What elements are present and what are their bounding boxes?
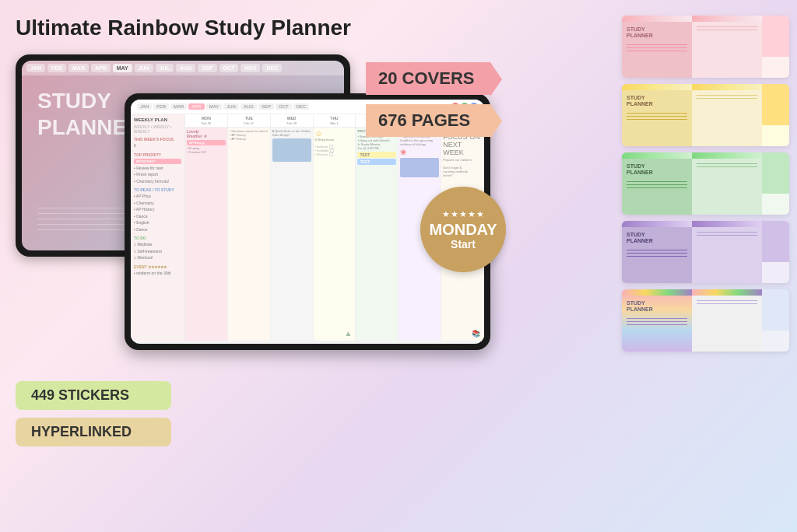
- pl3: [627, 51, 687, 51]
- thumb-purple-r2: [762, 262, 789, 283]
- thumb-pink-lines: [627, 44, 687, 51]
- day-wed: WEDFeb 28: [271, 114, 314, 127]
- wp-title: WEEKLY PLAN: [134, 117, 181, 122]
- yl2: [627, 116, 687, 117]
- tab-apr: APR: [91, 64, 111, 72]
- gl3: [627, 187, 687, 188]
- thumb-green-content: STUDYPLANNER: [622, 159, 692, 193]
- thumb-purple-content: STUDYPLANNER: [622, 227, 692, 261]
- read-3: • AP History: [134, 207, 181, 212]
- sat-image: [400, 158, 439, 177]
- prm2: [697, 235, 757, 236]
- thumb-rainbow-r1: [762, 289, 789, 331]
- cell-wed-image: [272, 138, 311, 162]
- pm1: [697, 26, 757, 27]
- cell-wed-text: A Quick Note on the Golden Gate Bridge!: [272, 129, 311, 137]
- thumb-green-right: [762, 152, 789, 215]
- thumb-purple-card: STUDYPLANNER: [622, 221, 789, 283]
- main-container: Ultimate Rainbow Study Planner JAN FEB M…: [0, 0, 797, 532]
- read-5: • English: [134, 220, 181, 226]
- thumb-rainbow-right: [762, 289, 789, 352]
- wp-subtitle: WEEKLY • WEEKLY • WEEKLY: [134, 124, 181, 134]
- thumb-rainbow-lines: [627, 318, 687, 325]
- pages-ribbon: 676 PAGES: [366, 104, 490, 137]
- thumb-rainbow-card: STUDYPLANNER: [622, 289, 789, 352]
- tab-sep: SEP: [198, 64, 216, 72]
- thumb-pink-r2: [762, 57, 789, 78]
- tab-aug: AUG: [176, 64, 196, 72]
- rainbow-strip: [622, 289, 692, 296]
- gl2: [627, 184, 687, 185]
- prl2: [627, 253, 687, 254]
- hyperlinked-badge: HYPERLINKED: [16, 418, 171, 446]
- cell-wed: A Quick Note on the Golden Gate Bridge!: [271, 128, 314, 341]
- wp-tab-aug: AUG: [241, 103, 257, 110]
- green-mid-content: [692, 159, 762, 172]
- day-thu: THUMar 1: [314, 114, 356, 127]
- thumb-purple-left: STUDYPLANNER: [622, 221, 692, 283]
- todo-2: □ Self-treatment: [134, 249, 181, 254]
- wp-tab-dec: DEC: [293, 103, 310, 110]
- thumb-rainbow-r2: [762, 331, 789, 352]
- thumb-pink-right: [762, 16, 789, 78]
- wp-tab-sep: SEP: [258, 103, 274, 110]
- cell-thu: ☺ 8 Sleep Items • workout • meditate • R…: [314, 128, 356, 341]
- test-sticker-2: TEST: [357, 159, 396, 165]
- monday-subtitle: Start: [451, 238, 476, 250]
- read-4: • Dance: [134, 214, 181, 219]
- focus-label: THIS WEEK'S FOCUS: [134, 137, 181, 142]
- habit-tracker: • workout • meditate • Routine: [315, 145, 354, 156]
- tab-jan: JAN: [26, 64, 45, 72]
- thumb-yellow-mid: [692, 84, 762, 146]
- pl2: [627, 47, 687, 48]
- thumb-pink-content: STUDYPLANNER: [622, 22, 692, 56]
- green-strip: [622, 152, 692, 159]
- ap-sticker: AP Bloogy: [187, 140, 226, 145]
- thumb-purple-right: [762, 221, 789, 283]
- tab-oct: OCT: [219, 64, 239, 72]
- features-section: 449 STICKERS HYPERLINKED: [16, 381, 171, 446]
- rainbow-mid-content: [692, 296, 762, 309]
- test-sticker-1: TEST: [357, 152, 396, 158]
- wp-tab-oct: OCT: [276, 103, 292, 110]
- day-mon: MONFeb 26: [185, 114, 228, 127]
- pink-mid-content: [692, 22, 762, 37]
- rainbow-mid-strip: [692, 289, 762, 296]
- yl1: [627, 113, 687, 114]
- rl1: [627, 318, 687, 319]
- rl2: [627, 321, 687, 322]
- yl3: [627, 119, 687, 120]
- thumb-yellow-content: STUDYPLANNER: [622, 90, 692, 124]
- habit-3: • Routine: [315, 152, 354, 156]
- monday-stars: ★★★★★: [442, 209, 485, 219]
- todo-3: □ Workout!: [134, 255, 181, 261]
- thumb-purple-mid: [692, 221, 762, 283]
- prm1: [697, 232, 757, 233]
- event-item: • midterm on the 30th: [134, 271, 181, 276]
- rm1: [697, 300, 757, 301]
- priority-3: • Chemistry formula!: [134, 179, 181, 184]
- cell-tue: • Sundown cancel in school• AP History• …: [228, 128, 271, 341]
- prl3: [627, 256, 687, 257]
- thumb-green-left: STUDYPLANNER: [622, 152, 692, 215]
- cell-tue-text: • Sundown cancel in school• AP History• …: [230, 129, 269, 141]
- read-1: • AP Phys: [134, 194, 181, 199]
- thumb-green-lines: [627, 181, 687, 188]
- purple-mid-strip: [692, 221, 762, 227]
- thumb-green-r2: [762, 194, 789, 215]
- prl1: [627, 250, 687, 250]
- thumbnails-section: STUDYPLANNER: [622, 16, 789, 352]
- ym1: [697, 95, 757, 96]
- todo-1: □ Meditate: [134, 242, 181, 247]
- wp-tab-may: MAY: [206, 103, 223, 110]
- tab-feb: FEB: [47, 64, 66, 72]
- pl1: [627, 44, 687, 45]
- yellow-strip: [622, 84, 692, 90]
- stickers-badge: 449 STICKERS: [16, 381, 171, 410]
- thumb-green-r1: [762, 152, 789, 194]
- thumb-purple-lines: [627, 250, 687, 257]
- wp-tabs: JAN FEB MAR APR MAY JUN AUG SEP OCT DEC: [137, 103, 309, 110]
- thumb-yellow-title: STUDYPLANNER: [627, 95, 687, 108]
- tab-dec: DEC: [262, 64, 282, 72]
- flower-emoji: ❀: [400, 148, 439, 156]
